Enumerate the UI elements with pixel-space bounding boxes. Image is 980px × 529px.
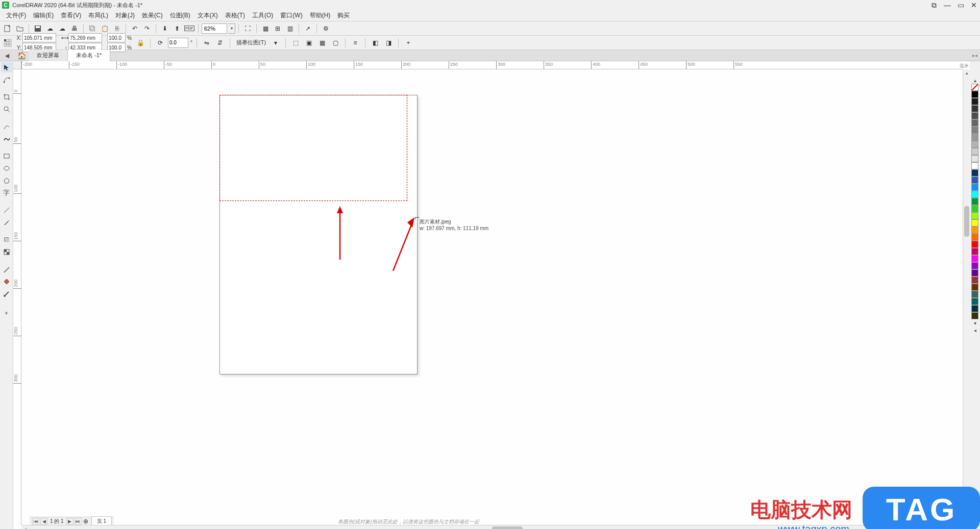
menu-table[interactable]: 表格(T)	[222, 10, 248, 21]
color-swatch[interactable]	[971, 298, 978, 305]
color-swatch[interactable]	[971, 234, 978, 241]
mirror-v-icon[interactable]: ⇵	[214, 37, 226, 48]
scroll-thumb-v[interactable]	[964, 206, 969, 237]
front-icon[interactable]: ◧	[370, 37, 381, 48]
color-swatch[interactable]	[971, 141, 978, 148]
new-icon[interactable]	[2, 23, 13, 34]
edit-bitmap-icon[interactable]: ▣	[303, 37, 314, 48]
help-docs-icon[interactable]: ⧉	[930, 1, 938, 9]
color-swatch[interactable]	[971, 169, 978, 177]
drawing-viewport[interactable]: ⌐ 图片素材.jpeg w: 197.697 mm, h: 111.19 mm …	[21, 69, 963, 525]
ellipse-tool-icon[interactable]	[1, 163, 12, 173]
color-swatch[interactable]	[971, 105, 978, 112]
rotate-icon[interactable]: ⟳	[155, 37, 166, 48]
tab-document[interactable]: 未命名 -1*	[68, 50, 110, 61]
menu-view[interactable]: 查看(V)	[58, 10, 84, 21]
page-tab-1[interactable]: 页 1	[91, 516, 112, 525]
rectangle-tool-icon[interactable]	[1, 151, 12, 161]
fill-tool-icon[interactable]	[1, 276, 12, 287]
palette-down-icon[interactable]: ▾	[971, 319, 978, 326]
pick-tool-icon[interactable]	[1, 62, 12, 72]
polygon-tool-icon[interactable]	[1, 175, 12, 186]
minimize-icon[interactable]: —	[943, 1, 951, 9]
text-tool-icon[interactable]: 字	[1, 188, 12, 198]
origin-anchor-icon[interactable]	[2, 37, 13, 48]
menu-object[interactable]: 对象(J)	[112, 10, 138, 21]
undo-icon[interactable]: ↶	[129, 23, 140, 34]
color-swatch[interactable]	[971, 305, 978, 312]
width-input[interactable]: 75.269 mm	[68, 33, 102, 42]
palette-expand-icon[interactable]: ◂	[971, 326, 978, 334]
lock-ratio-icon[interactable]: 🔒	[135, 37, 146, 48]
fullscreen-icon[interactable]: ⛶	[242, 23, 253, 34]
paste-icon[interactable]: 📋	[99, 23, 110, 34]
outline-tool-icon[interactable]	[1, 289, 12, 299]
ruler-origin-icon[interactable]	[13, 61, 21, 69]
guides-icon[interactable]: ▥	[284, 23, 296, 34]
clipboard-icon[interactable]: ⎘	[111, 23, 122, 34]
back-icon[interactable]: ◨	[383, 37, 394, 48]
rotation-input[interactable]	[168, 38, 188, 48]
trace-bitmap-button[interactable]: 描摹位图(T)	[234, 39, 268, 46]
scale-x-input[interactable]: 100.0	[107, 33, 126, 42]
tab-welcome[interactable]: 欢迎屏幕	[29, 50, 68, 61]
menu-edit[interactable]: 编辑(E)	[30, 10, 57, 21]
cloud-down-icon[interactable]: ☁	[57, 23, 68, 34]
wrap-text-icon[interactable]: ≡	[350, 37, 361, 48]
color-swatch[interactable]	[971, 312, 978, 319]
color-swatch[interactable]	[971, 226, 978, 234]
mirror-h-icon[interactable]: ⇋	[201, 37, 212, 48]
x-coord-input[interactable]: 105.071 mm	[22, 33, 56, 42]
go-home-icon[interactable]: ◄	[0, 50, 14, 61]
import-icon[interactable]: ⬇	[159, 23, 170, 34]
color-swatch[interactable]	[971, 219, 978, 226]
artistic-media-icon[interactable]	[1, 134, 12, 144]
transparency-tool-icon[interactable]	[1, 247, 12, 257]
horizontal-ruler[interactable]: -200-150-100-500501001502002503003504004…	[21, 61, 963, 69]
menu-file[interactable]: 文件(F)	[3, 10, 29, 21]
zoom-input[interactable]	[202, 23, 227, 34]
color-swatch[interactable]	[971, 212, 978, 219]
restore-icon[interactable]: ▭	[957, 1, 965, 9]
color-swatch[interactable]	[971, 248, 978, 255]
add-page-icon[interactable]: ⊕	[82, 518, 89, 525]
eyedropper-tool-icon[interactable]	[1, 264, 12, 274]
line-tool-icon[interactable]	[1, 205, 12, 215]
color-swatch[interactable]	[971, 127, 978, 134]
color-swatch[interactable]	[971, 241, 978, 248]
color-swatch[interactable]	[971, 276, 978, 284]
redo-icon[interactable]: ↷	[141, 23, 153, 34]
collapse-tabs-icon[interactable]: ▸◂	[970, 53, 980, 58]
add-preset-icon[interactable]: +	[403, 37, 414, 48]
export-icon[interactable]: ⬆	[172, 23, 183, 34]
vertical-scrollbar[interactable]: ▴ ▾	[963, 69, 970, 525]
scroll-up-icon[interactable]: ▴	[963, 69, 970, 77]
color-swatch[interactable]	[971, 134, 978, 141]
launch-icon[interactable]: ↗	[302, 23, 313, 34]
color-swatch[interactable]	[971, 119, 978, 127]
nav-first-icon[interactable]: ⏮	[32, 518, 39, 525]
freehand-tool-icon[interactable]	[1, 121, 12, 132]
vertical-ruler[interactable]: 050100150200250300	[13, 69, 21, 525]
home-icon[interactable]: 🏠	[14, 50, 29, 61]
color-swatch[interactable]	[971, 198, 978, 205]
resample-icon[interactable]: ▦	[316, 37, 328, 48]
color-swatch[interactable]	[971, 155, 978, 162]
color-swatch[interactable]	[971, 177, 978, 184]
options-icon[interactable]: ⚙	[320, 23, 331, 34]
scroll-left-icon[interactable]: ◂	[21, 525, 29, 529]
pdf-icon[interactable]: PDF	[184, 23, 195, 34]
open-icon[interactable]	[14, 23, 26, 34]
color-swatch[interactable]	[971, 184, 978, 191]
menu-layout[interactable]: 布局(L)	[85, 10, 111, 21]
palette-up-icon[interactable]: ▴	[971, 77, 978, 84]
color-swatch[interactable]	[971, 191, 978, 198]
menu-help[interactable]: 帮助(H)	[307, 10, 334, 21]
rulers-icon[interactable]: ▦	[260, 23, 271, 34]
menu-effects[interactable]: 效果(C)	[139, 10, 166, 21]
zoom-tool-icon[interactable]	[1, 104, 12, 114]
color-swatch[interactable]	[971, 112, 978, 119]
color-swatch[interactable]	[971, 255, 978, 262]
color-swatch[interactable]	[971, 148, 978, 155]
color-swatch[interactable]	[971, 91, 978, 98]
